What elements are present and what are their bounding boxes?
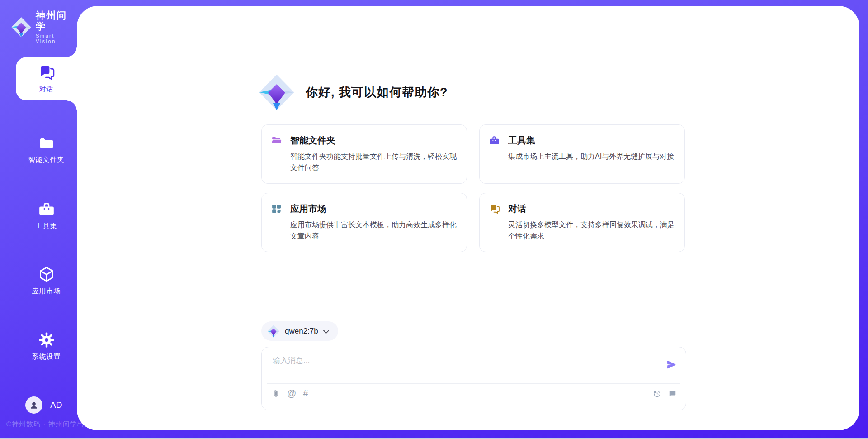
chat-square-icon [668, 389, 677, 398]
mention-button[interactable]: @ [287, 389, 296, 398]
card-title: 工具集 [508, 134, 535, 147]
at-icon: @ [287, 389, 296, 398]
model-name: qwen2:7b [285, 327, 318, 336]
composer-divider [267, 383, 680, 384]
user-name: AD [50, 400, 62, 410]
sidebar-item-chat[interactable]: 对话 [16, 57, 77, 100]
greeting-text: 你好, 我可以如何帮助你? [306, 84, 448, 100]
sidebar-item-label: 应用市场 [32, 287, 61, 296]
sidebar-item-label: 工具集 [36, 222, 57, 230]
chat-icon [38, 64, 55, 81]
toolbox-icon [489, 135, 500, 146]
user-profile[interactable]: AD [25, 396, 62, 414]
sidebar-item-settings[interactable]: 系统设置 [16, 324, 77, 368]
card-title: 应用市场 [290, 203, 326, 215]
brand-diamond-icon [11, 17, 32, 38]
sidebar-item-smart-folder[interactable]: 智能文件夹 [16, 128, 77, 171]
sidebar-item-label: 对话 [39, 85, 54, 94]
card-description: 集成市场上主流工具，助力AI与外界无缝扩展与对接 [508, 151, 676, 162]
cube-icon [38, 266, 55, 283]
greeting: 你好, 我可以如何帮助你? [258, 74, 448, 111]
card-app-market[interactable]: 应用市场 应用市场提供丰富长文本模板，助力高效生成多样化文章内容 [261, 193, 467, 252]
folder-open-icon [271, 135, 282, 146]
hash-icon: # [303, 389, 308, 398]
message-composer: @ # [261, 347, 686, 410]
card-chat[interactable]: 对话 灵活切换多模型文件，支持多样回复效果调试，满足个性化需求 [479, 193, 685, 252]
card-smart-folder[interactable]: 智能文件夹 智能文件夹功能支持批量文件上传与清洗，轻松实现文件问答 [261, 124, 467, 184]
card-description: 智能文件夹功能支持批量文件上传与清洗，轻松实现文件问答 [290, 151, 458, 173]
sidebar-item-label: 系统设置 [32, 353, 61, 361]
card-toolset[interactable]: 工具集 集成市场上主流工具，助力AI与外界无缝扩展与对接 [479, 124, 685, 184]
folder-icon [38, 134, 55, 152]
gear-icon [38, 331, 55, 348]
send-icon[interactable] [666, 359, 677, 370]
chat-icon [489, 203, 500, 215]
card-title: 对话 [508, 203, 526, 215]
sidebar-item-label: 智能文件夹 [28, 156, 65, 164]
person-icon [29, 400, 39, 410]
avatar [25, 396, 42, 414]
card-title: 智能文件夹 [290, 134, 335, 147]
new-chat-button[interactable] [668, 389, 677, 398]
paperclip-icon [272, 389, 280, 398]
attach-file-button[interactable] [272, 389, 280, 398]
sidebar: 神州问学 Smart Vision 对话 智能文件夹 工具集 应用市场 [0, 0, 77, 439]
brand-diamond-icon [267, 325, 280, 338]
grid-icon [271, 203, 282, 215]
history-button[interactable] [653, 389, 661, 398]
card-description: 应用市场提供丰富长文本模板，助力高效生成多样化文章内容 [290, 219, 458, 242]
brand-subtitle: Smart Vision [36, 33, 77, 44]
brand-name: 神州问学 [36, 10, 77, 32]
brand-logo: 神州问学 Smart Vision [11, 10, 77, 44]
topic-button[interactable]: # [303, 389, 308, 398]
message-input[interactable] [272, 354, 660, 382]
brand-diamond-icon [258, 74, 295, 111]
history-icon [653, 389, 661, 398]
sidebar-item-app-market[interactable]: 应用市场 [16, 259, 77, 302]
chevron-down-icon [323, 330, 329, 334]
copyright-footer: ©神州数码 · 神州问学出品 [6, 420, 91, 429]
model-selector[interactable]: qwen2:7b [261, 321, 338, 341]
sidebar-item-toolset[interactable]: 工具集 [16, 194, 77, 237]
toolbox-icon [38, 200, 55, 218]
card-description: 灵活切换多模型文件，支持多样回复效果调试，满足个性化需求 [508, 219, 676, 242]
